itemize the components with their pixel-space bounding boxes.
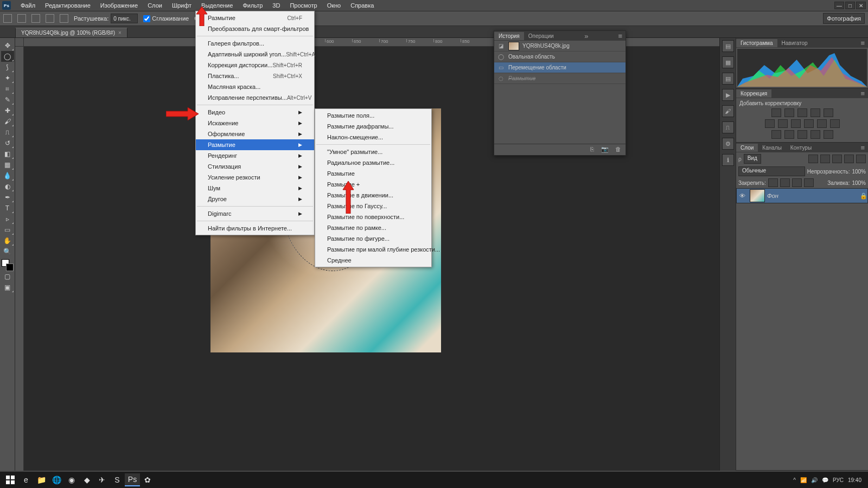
adj-levels-icon[interactable] [784, 108, 794, 117]
menu-item[interactable]: Размытие по Гауссу... [315, 201, 431, 211]
tab-layers[interactable]: Слои [736, 144, 758, 152]
start-button[interactable] [2, 473, 18, 486]
tab-actions[interactable]: Операции [524, 32, 558, 40]
color-swatches[interactable] [2, 259, 14, 271]
menu-item[interactable]: Digimarc▶ [196, 208, 314, 219]
dock-styles-icon[interactable]: ▤ [722, 73, 734, 85]
tab-navigator[interactable]: Навигатор [777, 39, 812, 47]
new-doc-from-state-icon[interactable]: ⎘ [588, 146, 596, 153]
tab-adjustments[interactable]: Коррекция [736, 89, 771, 98]
menu-item[interactable]: Радиальное размытие... [315, 157, 431, 168]
adj-lookup-icon[interactable] [830, 119, 840, 128]
heal-tool-icon[interactable]: ✚ [1, 105, 14, 116]
layer-row-background[interactable]: 👁 Фон 🔒 [736, 188, 868, 203]
panel-menu-icon[interactable]: ≡ [857, 39, 868, 47]
filter-pixel-icon[interactable] [808, 155, 818, 163]
blend-mode-dropdown[interactable]: Обычные [738, 166, 805, 176]
marquee-mode-add-icon[interactable] [31, 14, 40, 23]
menu-item[interactable]: Масляная краска... [196, 81, 314, 92]
menu-layer[interactable]: Слои [143, 1, 167, 10]
hand-tool-icon[interactable]: ✋ [1, 235, 14, 246]
menu-item[interactable]: Среднее [315, 255, 431, 266]
layer-filter-dropdown[interactable]: Вид [744, 154, 761, 164]
history-snapshot[interactable]: ◪ YQR8hUS4Q8k.jpg [494, 41, 626, 52]
stamp-tool-icon[interactable]: ⎍ [1, 127, 14, 138]
type-tool-icon[interactable]: T [1, 203, 14, 214]
crop-tool-icon[interactable]: ⌗ [1, 84, 14, 94]
menu-item[interactable]: Размытие по фигуре... [315, 233, 431, 244]
document-tab-close-icon[interactable]: × [118, 30, 122, 36]
adj-poster-icon[interactable] [784, 130, 794, 139]
marquee-tool-icon[interactable]: ◯ [1, 51, 14, 62]
dock-properties-icon[interactable]: ⚙ [722, 138, 734, 150]
tb-ie-icon[interactable]: e [18, 473, 34, 486]
lasso-tool-icon[interactable]: ⟆ [1, 62, 14, 73]
panel-menu-icon[interactable]: ≡ [857, 89, 868, 98]
adj-curves-icon[interactable] [797, 108, 807, 117]
filter-adj-icon[interactable] [820, 155, 830, 163]
layer-thumbnail[interactable] [750, 189, 765, 202]
tb-chrome-icon[interactable]: ◉ [64, 473, 79, 486]
marquee-mode-intersect-icon[interactable] [60, 14, 68, 23]
menu-type[interactable]: Шрифт [168, 1, 196, 10]
layer-name[interactable]: Фон [767, 192, 860, 199]
menu-item[interactable]: Коррекция дисторсии...Shift+Ctrl+R [196, 60, 314, 70]
menu-item[interactable]: Найти фильтры в Интернете... [196, 223, 314, 234]
adj-colbal-icon[interactable] [778, 119, 788, 128]
menu-item[interactable]: Размытие диафрагмы... [315, 121, 431, 132]
dock-color-icon[interactable]: ▤ [722, 40, 734, 52]
menu-file[interactable]: Файл [16, 1, 40, 10]
tray-time[interactable]: 19:40 [848, 477, 861, 483]
adj-selcolor-icon[interactable] [824, 130, 833, 139]
history-step-undone[interactable]: ◌ Размытие [494, 73, 626, 84]
menu-edit[interactable]: Редактирование [41, 1, 95, 10]
collapse-icon[interactable]: » [581, 32, 591, 40]
dodge-tool-icon[interactable]: ◐ [1, 181, 14, 192]
filter-shape-icon[interactable] [844, 155, 854, 163]
menu-image[interactable]: Изображение [96, 1, 142, 10]
dock-swatches-icon[interactable]: ▦ [722, 56, 734, 68]
menu-filter[interactable]: Фильтр [238, 1, 267, 10]
adj-exposure-icon[interactable] [810, 108, 820, 117]
adj-bw-icon[interactable] [791, 119, 801, 128]
menu-3d[interactable]: 3D [268, 1, 284, 10]
adj-hue-icon[interactable] [765, 119, 775, 128]
workspace-switcher[interactable]: Фотография [823, 13, 865, 24]
adj-thresh-icon[interactable] [797, 130, 807, 139]
menu-item[interactable]: Рендеринг▶ [196, 150, 314, 161]
tab-paths[interactable]: Контуры [786, 144, 816, 152]
menu-item[interactable]: Шум▶ [196, 183, 314, 194]
tb-app2-icon[interactable]: ✈ [94, 473, 110, 486]
fill-value[interactable]: 100% [852, 180, 866, 186]
tab-histogram[interactable]: Гистограмма [736, 39, 777, 47]
tray-action-icon[interactable]: 💬 [822, 477, 828, 483]
lock-pixels-icon[interactable] [780, 178, 790, 187]
adj-vibrance-icon[interactable] [824, 108, 833, 117]
dock-clone-icon[interactable]: ⎍ [722, 121, 734, 133]
lock-pos-icon[interactable] [792, 178, 802, 187]
menu-item[interactable]: Пластика...Shift+Ctrl+X [196, 70, 314, 81]
tb-edge-icon[interactable]: 🌐 [49, 473, 64, 486]
zoom-tool-icon[interactable]: 🔍 [1, 246, 14, 257]
dock-brush-icon[interactable]: 🖌 [722, 105, 734, 117]
filter-smart-icon[interactable] [856, 155, 866, 163]
tb-skype-icon[interactable]: S [110, 473, 125, 486]
dock-actions-icon[interactable]: ▶ [722, 89, 734, 101]
maximize-button[interactable]: □ [845, 2, 855, 9]
menu-item[interactable]: Галерея фильтров... [196, 38, 314, 49]
dock-info-icon[interactable]: ℹ [722, 154, 734, 166]
panel-menu-icon[interactable]: ≡ [857, 144, 868, 152]
delete-state-icon[interactable]: 🗑 [614, 146, 622, 153]
menu-item[interactable]: Оформление▶ [196, 129, 314, 139]
menu-item[interactable]: Размытие + [315, 179, 431, 190]
move-tool-icon[interactable]: ✥ [1, 40, 14, 51]
tray-lang[interactable]: РУС [833, 477, 844, 483]
menu-item[interactable]: Размытие в движении... [315, 190, 431, 201]
menu-item[interactable]: Размытие поля... [315, 110, 431, 121]
history-panel[interactable]: История Операции » ≡ ◪ YQR8hUS4Q8k.jpg ◯… [494, 30, 626, 156]
menu-item[interactable]: Видео▶ [196, 107, 314, 118]
menu-item[interactable]: "Умное" размытие... [315, 146, 431, 157]
menu-view[interactable]: Просмотр [285, 1, 321, 10]
tab-channels[interactable]: Каналы [758, 144, 786, 152]
blur-submenu[interactable]: Размытие поля...Размытие диафрагмы...Нак… [315, 108, 432, 267]
